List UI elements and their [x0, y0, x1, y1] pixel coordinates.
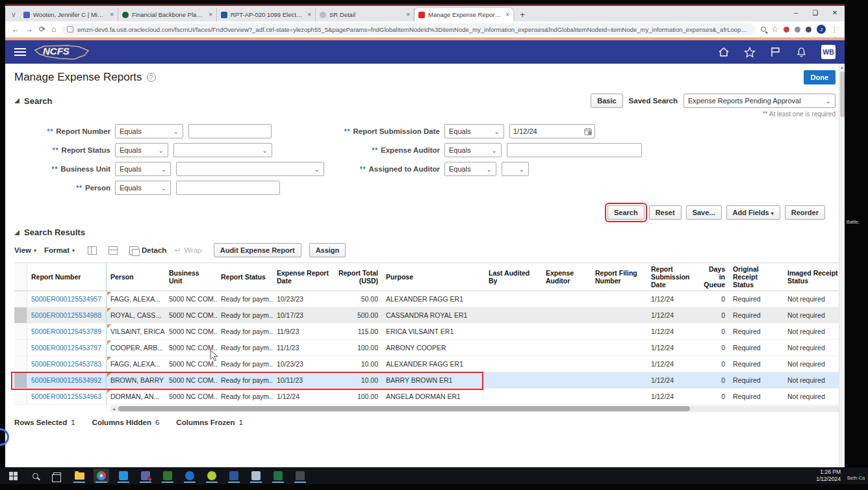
column-header[interactable]: Business Unit: [165, 263, 217, 290]
column-header[interactable]: Purpose: [382, 263, 485, 290]
column-header[interactable]: Imaged Receipt Status: [784, 263, 843, 290]
report-number-link[interactable]: 5000ER000125534988: [27, 307, 107, 323]
browser-tab[interactable]: Financial Backbone Planning S×: [118, 8, 217, 21]
browser-tab[interactable]: RPT-AP-020 1099 Electronic M×: [217, 8, 316, 21]
close-button[interactable]: ✕: [825, 6, 845, 19]
expense-auditor-operator-select[interactable]: Equals⌄: [444, 143, 502, 157]
add-fields-button[interactable]: Add Fields ▾: [726, 205, 780, 220]
ncfs-logo[interactable]: NCFS: [34, 42, 90, 62]
forward-icon[interactable]: →: [25, 25, 33, 34]
task-view-button[interactable]: [49, 469, 65, 483]
collapse-triangle-icon[interactable]: [14, 230, 19, 235]
vertical-scroll-thumb[interactable]: [840, 71, 845, 117]
table-row[interactable]: 5000ER000125453797COOPER, ARB...5000 NC …: [14, 340, 843, 356]
teams-icon[interactable]: [138, 469, 153, 483]
bookmark-star-icon[interactable]: ☆: [771, 25, 778, 34]
tab-close-icon[interactable]: ×: [406, 11, 410, 18]
select-column-icon[interactable]: [108, 246, 118, 255]
home-icon[interactable]: ⌂: [51, 25, 56, 34]
new-tab-button[interactable]: +: [516, 8, 529, 21]
submission-date-input[interactable]: [509, 124, 595, 138]
row-select-gutter[interactable]: [14, 340, 27, 355]
report-number-link[interactable]: 5000ER000125534963: [27, 389, 107, 404]
person-input[interactable]: [176, 181, 280, 195]
freeze-icon[interactable]: [88, 246, 97, 255]
basic-button[interactable]: Basic: [591, 94, 622, 108]
report-number-link[interactable]: 5000ER000125453783: [27, 356, 107, 372]
report-number-link[interactable]: 5000ER000125453797: [27, 340, 107, 355]
assign-button[interactable]: Assign: [309, 243, 346, 257]
excel-icon[interactable]: [270, 469, 286, 483]
column-header[interactable]: Person: [107, 263, 165, 290]
select-all-gutter[interactable]: [14, 263, 27, 290]
view-menu[interactable]: View▾: [14, 246, 36, 254]
onedrive-icon[interactable]: [204, 469, 220, 483]
browser-menu-icon[interactable]: ⋮: [831, 25, 838, 34]
notifications-bell-icon[interactable]: [796, 47, 807, 58]
scroll-left-arrow-icon[interactable]: ◄: [110, 406, 117, 412]
snip-icon[interactable]: [292, 469, 308, 483]
column-header[interactable]: Days in Queue: [698, 263, 729, 290]
row-select-gutter[interactable]: [14, 324, 27, 339]
browser-tab[interactable]: Manage Expense Reports - Au×: [415, 8, 513, 21]
reset-button[interactable]: Reset: [649, 205, 682, 220]
report-number-link[interactable]: 5000ER000125453789: [27, 324, 107, 339]
submission-date-operator-select[interactable]: Equals⌄: [444, 124, 504, 138]
report-number-operator-select[interactable]: Equals⌄: [115, 124, 183, 138]
report-status-select[interactable]: ⌄: [173, 143, 272, 157]
horizontal-scroll-thumb[interactable]: [118, 406, 690, 411]
assigned-to-auditor-operator-select[interactable]: Equals⌄: [444, 162, 496, 176]
horizontal-scrollbar[interactable]: ◄ ►: [110, 406, 843, 412]
site-settings-icon[interactable]: [67, 26, 73, 32]
column-header[interactable]: Report Number: [27, 263, 107, 290]
report-number-link[interactable]: 5000ER000125534992: [27, 372, 107, 388]
skype-icon[interactable]: [182, 469, 198, 483]
column-header[interactable]: Original Receipt Status: [729, 263, 784, 290]
maximize-button[interactable]: ❑: [806, 6, 825, 19]
browser-tab[interactable]: SR Detail×: [316, 8, 415, 21]
tab-close-icon[interactable]: ×: [307, 11, 311, 18]
navigator-menu-icon[interactable]: [14, 48, 26, 56]
url-input[interactable]: emzn-dev6.fa.us8.oraclecloud.com/fscmUI/…: [62, 23, 755, 35]
back-icon[interactable]: ←: [12, 25, 19, 34]
tab-close-icon[interactable]: ×: [505, 11, 509, 18]
business-unit-operator-select[interactable]: Equals⌄: [115, 162, 171, 176]
help-icon[interactable]: ?: [147, 73, 156, 82]
table-row[interactable]: 5000ER000125453783FAGG, ALEXA...5000 NC …: [14, 356, 843, 372]
done-button[interactable]: Done: [804, 70, 836, 84]
reorder-button[interactable]: Reorder: [785, 205, 825, 220]
table-row[interactable]: 5000ER000125534988ROYAL, CASS...5000 NC …: [14, 307, 843, 324]
page-zoom-icon[interactable]: [761, 27, 766, 32]
file-explorer-icon[interactable]: [71, 469, 87, 483]
profile-avatar[interactable]: J: [817, 25, 826, 34]
vertical-scrollbar[interactable]: ▲: [839, 64, 845, 467]
side-panel-icon[interactable]: [806, 27, 811, 32]
chrome-icon[interactable]: [94, 469, 109, 483]
extension-icon[interactable]: [784, 27, 789, 32]
search-button[interactable]: Search: [607, 205, 645, 220]
column-header[interactable]: Report Submission Date: [647, 263, 698, 290]
tab-close-icon[interactable]: ×: [209, 11, 212, 18]
scroll-up-arrow-icon[interactable]: ▲: [839, 64, 845, 70]
column-header[interactable]: Last Audited By: [485, 263, 542, 290]
saved-search-select[interactable]: Expense Reports Pending Approval⌄: [683, 94, 836, 108]
column-header[interactable]: Expense Report Date: [273, 263, 333, 290]
notes-icon[interactable]: [248, 469, 264, 483]
taskbar-clock[interactable]: 1:26 PM 1/12/2024: [816, 469, 841, 482]
person-operator-select[interactable]: Equals⌄: [115, 181, 171, 195]
table-row[interactable]: 5000ER000125534963DORMAN, AN...5000 NC C…: [14, 389, 843, 405]
column-header[interactable]: Report Filing Number: [591, 263, 647, 290]
collapse-triangle-icon[interactable]: [14, 98, 19, 103]
detach-button[interactable]: Detach: [129, 246, 166, 255]
audit-expense-report-button[interactable]: Audit Expense Report: [214, 243, 301, 257]
row-select-gutter[interactable]: [14, 389, 27, 404]
user-avatar[interactable]: WB: [821, 45, 836, 59]
assigned-to-auditor-select[interactable]: ⌄: [502, 162, 529, 176]
extension-icon[interactable]: [795, 27, 800, 32]
row-select-gutter[interactable]: [14, 356, 27, 372]
row-select-gutter[interactable]: [14, 291, 27, 307]
report-status-operator-select[interactable]: Equals⌄: [115, 143, 168, 157]
row-select-gutter[interactable]: [14, 307, 27, 323]
table-row[interactable]: 5000ER000125453789VILSAINT, ERICA5000 NC…: [14, 324, 843, 340]
planner-icon[interactable]: [160, 469, 175, 483]
